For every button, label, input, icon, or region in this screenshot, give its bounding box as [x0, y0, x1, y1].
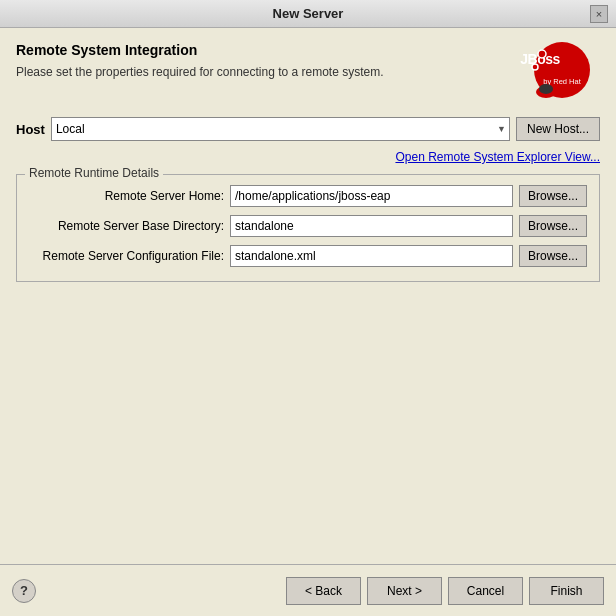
remote-server-base-dir-label: Remote Server Base Directory: — [29, 219, 224, 233]
remote-server-config-file-row: Remote Server Configuration File: Browse… — [29, 245, 587, 267]
remote-runtime-details-group: Remote Runtime Details Remote Server Hom… — [16, 174, 600, 282]
dialog-title: New Server — [26, 6, 590, 21]
cancel-button[interactable]: Cancel — [448, 577, 523, 605]
host-select-wrapper[interactable]: Local — [51, 117, 510, 141]
remote-server-config-file-browse-button[interactable]: Browse... — [519, 245, 587, 267]
bottom-bar: ? < Back Next > Cancel Finish — [0, 564, 616, 616]
remote-server-config-file-label: Remote Server Configuration File: — [29, 249, 224, 263]
svg-point-2 — [538, 50, 546, 58]
header-subtitle: Please set the properties required for c… — [16, 64, 490, 81]
jboss-logo-container: JBoss by Red Hat — [490, 42, 600, 107]
host-dropdown[interactable]: Local — [51, 117, 510, 141]
next-button[interactable]: Next > — [367, 577, 442, 605]
bottom-left: ? — [12, 579, 36, 603]
svg-point-3 — [532, 64, 538, 70]
link-row: Open Remote System Explorer View... — [16, 149, 600, 164]
remote-server-base-dir-browse-button[interactable]: Browse... — [519, 215, 587, 237]
host-label: Host — [16, 122, 45, 137]
svg-point-6 — [539, 84, 553, 94]
remote-server-home-browse-button[interactable]: Browse... — [519, 185, 587, 207]
jboss-logo: JBoss by Red Hat — [490, 42, 600, 107]
back-button[interactable]: < Back — [286, 577, 361, 605]
title-bar: New Server × — [0, 0, 616, 28]
remote-server-base-dir-row: Remote Server Base Directory: Browse... — [29, 215, 587, 237]
bottom-right: < Back Next > Cancel Finish — [286, 577, 604, 605]
finish-button[interactable]: Finish — [529, 577, 604, 605]
remote-server-base-dir-input[interactable] — [230, 215, 513, 237]
dialog-body: Remote System Integration Please set the… — [0, 28, 616, 616]
remote-server-config-file-input[interactable] — [230, 245, 513, 267]
new-host-button[interactable]: New Host... — [516, 117, 600, 141]
host-row: Host Local New Host... — [16, 117, 600, 141]
form-area: Host Local New Host... Open Remote Syste… — [0, 117, 616, 564]
remote-server-home-label: Remote Server Home: — [29, 189, 224, 203]
open-remote-explorer-link[interactable]: Open Remote System Explorer View... — [395, 150, 600, 164]
close-button[interactable]: × — [590, 5, 608, 23]
header-text: Remote System Integration Please set the… — [16, 42, 490, 81]
header-section: Remote System Integration Please set the… — [0, 28, 616, 117]
group-legend: Remote Runtime Details — [25, 166, 163, 180]
remote-server-home-row: Remote Server Home: Browse... — [29, 185, 587, 207]
spacer — [16, 292, 600, 554]
help-button[interactable]: ? — [12, 579, 36, 603]
remote-server-home-input[interactable] — [230, 185, 513, 207]
header-title: Remote System Integration — [16, 42, 490, 58]
